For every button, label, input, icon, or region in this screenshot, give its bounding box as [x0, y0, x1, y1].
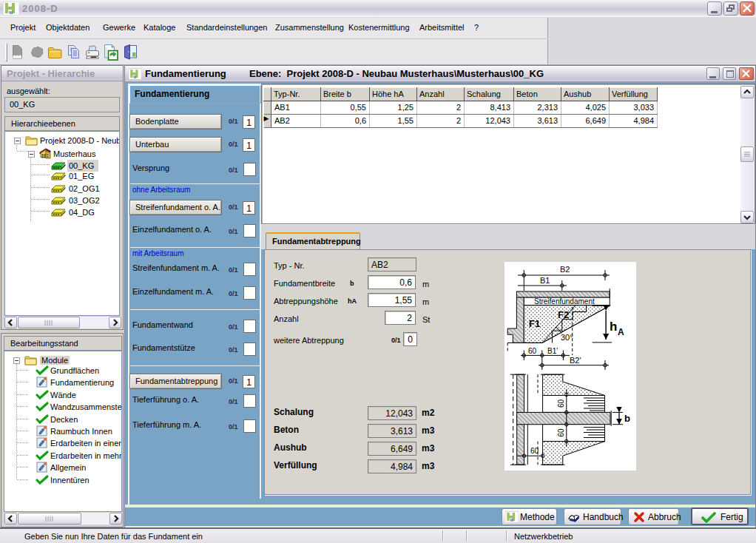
- svg-text:B2: B2: [560, 265, 570, 274]
- svg-text:30°: 30°: [561, 333, 573, 342]
- svg-text:60: 60: [557, 399, 565, 408]
- svg-text:M: M: [510, 519, 513, 522]
- svg-text:M: M: [9, 10, 13, 15]
- svg-text:b: b: [624, 413, 630, 424]
- svg-text:h: h: [610, 320, 617, 334]
- svg-text:B1': B1': [547, 347, 558, 355]
- svg-text:F2: F2: [558, 309, 569, 320]
- svg-text:A: A: [618, 327, 624, 337]
- svg-text:Streifenfundament: Streifenfundament: [534, 297, 595, 306]
- svg-text:F1: F1: [529, 318, 540, 329]
- svg-text:B2': B2': [570, 356, 581, 365]
- svg-text:60: 60: [530, 447, 539, 455]
- svg-text:60: 60: [557, 428, 565, 437]
- svg-text:M: M: [133, 75, 136, 79]
- svg-text:B1: B1: [540, 276, 550, 285]
- svg-text:60: 60: [528, 347, 537, 355]
